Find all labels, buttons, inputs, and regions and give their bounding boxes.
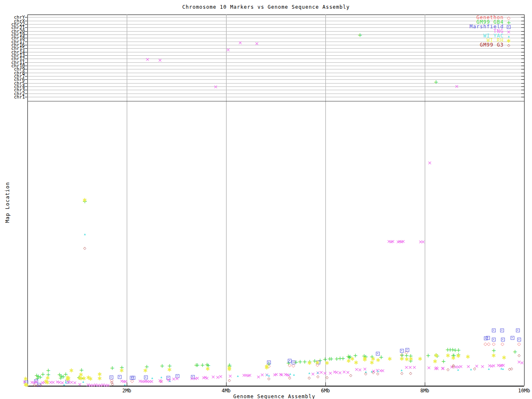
chromosome-row-line xyxy=(27,83,524,84)
scatter-point-gm99-g3: ◇ xyxy=(268,377,271,381)
scatter-point-tng: × xyxy=(492,363,496,368)
scatter-point-wi-rh: ∗ xyxy=(264,365,270,371)
scatter-point-genethon: ◇ xyxy=(517,342,521,346)
chromosome-row-tick-left xyxy=(25,79,27,80)
chromosome-row-tick-left xyxy=(25,90,27,90)
scatter-point-wi-rh: ∗ xyxy=(371,356,376,362)
scatter-point-wi-yac: ▴ xyxy=(169,379,171,383)
scatter-point-gm99-g3: ◇ xyxy=(326,376,329,379)
scatter-point-gm99-gb4: + xyxy=(195,362,200,368)
chromosome-row-tick-left xyxy=(25,76,27,76)
chromosome-row-line xyxy=(27,97,524,97)
scatter-point-gm99-g3: ◇ xyxy=(473,367,476,371)
plot-area: 2Mb4Mb6Mb8Mb10MbchrYchrXchr22chr21chr20c… xyxy=(0,0,532,399)
scatter-point-tng: × xyxy=(158,57,163,63)
scatter-point-tng: × xyxy=(412,365,417,370)
chromosome-row-tick-right xyxy=(521,73,524,73)
scatter-point-gm99-gb4: + xyxy=(433,79,438,85)
scatter-point-tng: × xyxy=(145,57,150,62)
scatter-point-wi-yac: ▴ xyxy=(470,367,472,371)
x-tick-label: 10Mb xyxy=(512,388,532,393)
chromosome-row-tick-right xyxy=(521,76,524,76)
x-tick-mark xyxy=(524,382,525,386)
scatter-point-gm99-g3: ◇ xyxy=(288,376,291,380)
chromosome-row-tick-right xyxy=(521,83,524,84)
scatter-point-gm99-gb4: + xyxy=(110,365,115,371)
x-tick-mark xyxy=(226,382,227,386)
scatter-point-marshfield xyxy=(517,338,521,342)
scatter-point-tng: × xyxy=(401,239,406,244)
scatter-point-marshfield xyxy=(511,336,515,340)
scatter-point-wi-rh: ∗ xyxy=(466,354,471,360)
scatter-point-tng: × xyxy=(211,374,216,379)
scatter-point-wi-yac: ▴ xyxy=(84,232,86,236)
scatter-point-marshfield xyxy=(486,336,490,340)
scatter-point-tng: × xyxy=(381,368,385,373)
chromosome-row-tick-right xyxy=(521,69,524,69)
chromosome-row-tick-right xyxy=(521,90,524,90)
scatter-point-gm99-g3: ◇ xyxy=(452,365,455,369)
chromosome-row-tick-left xyxy=(25,27,27,28)
scatter-point-gm99-g3: ◇ xyxy=(409,372,412,375)
scatter-point-wi-rh: ∗ xyxy=(451,355,456,361)
scatter-point-wi-rh: ∗ xyxy=(433,358,438,365)
scatter-point-marshfield xyxy=(132,376,135,380)
chromosome-row-tick-left xyxy=(25,42,27,42)
chromosome-row-tick-left xyxy=(25,48,27,49)
scatter-point-tng: × xyxy=(358,367,362,372)
scatter-point-wi-rh: ∗ xyxy=(418,356,423,362)
chromosome-row-line xyxy=(27,73,524,73)
scatter-point-tng: × xyxy=(73,380,77,385)
legend-marker-gm99-gb4: + xyxy=(506,20,511,25)
chromosome-row-tick-left xyxy=(25,17,27,17)
scatter-point-tng: × xyxy=(214,84,218,89)
scatter-point-marshfield xyxy=(406,348,409,352)
scatter-point-tng: × xyxy=(248,372,252,378)
chromosome-row-line xyxy=(27,66,524,66)
scatter-point-wi-rh: ∗ xyxy=(97,375,103,382)
x-tick-mark xyxy=(425,382,425,386)
chromosome-row-tick-left xyxy=(25,21,27,21)
scatter-point-wi-rh: ∗ xyxy=(502,355,507,361)
scatter-point-wi-yac: ▴ xyxy=(488,367,490,371)
chromosome-row-label: chr1 xyxy=(3,95,25,99)
scatter-point-wi-yac: ▴ xyxy=(457,368,459,372)
plot-border-top xyxy=(27,15,524,15)
scatter-point-tng: × xyxy=(238,40,243,45)
scatter-point-wi-rh: ∗ xyxy=(143,367,148,374)
chromosome-row-tick-left xyxy=(25,55,27,56)
scatter-point-wi-rh: ∗ xyxy=(205,366,211,372)
scatter-point-gm99-gb4: + xyxy=(512,349,517,355)
scatter-point-gm99-g3: ◇ xyxy=(84,246,86,250)
scatter-point-wi-rh: ∗ xyxy=(167,367,172,373)
chromosome-row-tick-left xyxy=(25,59,27,59)
scatter-point-wi-rh: ∗ xyxy=(409,356,414,362)
scatter-point-wi-yac: ▴ xyxy=(160,375,163,379)
chromosome-row-line xyxy=(27,55,524,56)
chromosome-row-tick-right xyxy=(521,86,524,87)
chromosome-row-tick-left xyxy=(25,73,27,73)
scatter-point-wi-rh: ∗ xyxy=(446,352,451,359)
chromosome-row-tick-right xyxy=(521,94,524,94)
scatter-point-wi-yac: ▴ xyxy=(266,373,268,377)
chromosome-row-line xyxy=(27,94,524,94)
x-gridline xyxy=(325,15,326,386)
chromosome-row-tick-right xyxy=(521,45,524,45)
scatter-point-tng: × xyxy=(219,374,223,379)
chromosome-row-tick-left xyxy=(25,66,27,66)
scatter-point-wi-rh: ∗ xyxy=(307,360,313,366)
x-tick-label: 8Mb xyxy=(412,388,437,393)
chromosome-row-tick-left xyxy=(25,45,27,45)
scatter-point-genethon: ◇ xyxy=(501,342,504,346)
scatter-point-gm99-g3: ◇ xyxy=(518,354,521,357)
x-gridline xyxy=(127,15,127,386)
chromosome-row-tick-right xyxy=(521,97,524,97)
scatter-point-marshfield xyxy=(292,361,296,365)
chromosome-row-tick-right xyxy=(521,48,524,49)
x-gridline xyxy=(425,15,425,386)
scatter-point-wi-rh: ∗ xyxy=(227,366,232,372)
chromosome-row-tick-right xyxy=(521,52,524,52)
scatter-point-gm99-g3: ◇ xyxy=(377,372,379,376)
scatter-point-tng: × xyxy=(391,239,395,244)
chromosome-row-tick-left xyxy=(25,86,27,87)
